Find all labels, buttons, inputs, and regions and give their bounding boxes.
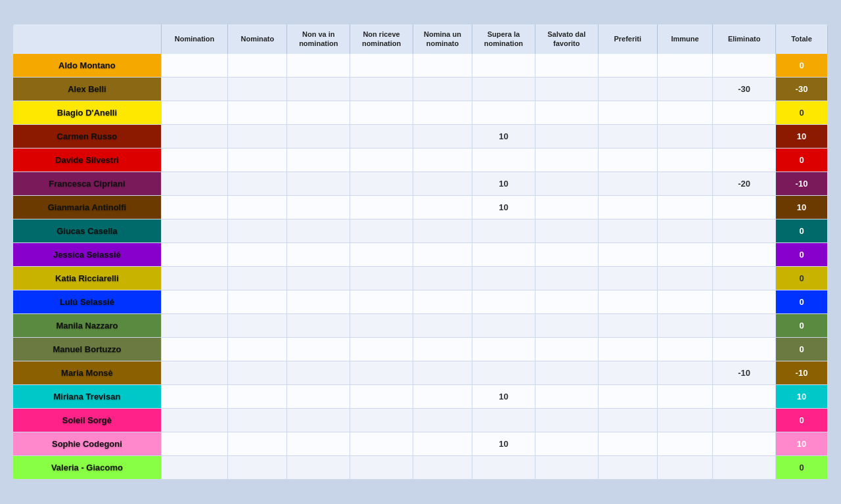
cell-salvato — [535, 456, 598, 480]
cell-non_riceve — [350, 78, 413, 101]
cell-totale: 0 — [776, 243, 828, 267]
cell-nominato — [228, 409, 287, 432]
cell-totale: -10 — [776, 361, 828, 385]
cell-immune — [657, 361, 713, 385]
cell-supera — [472, 456, 535, 480]
cell-totale: -30 — [776, 78, 828, 101]
cell-preferiti — [598, 432, 657, 456]
cell-nominato — [228, 219, 287, 243]
cell-nomination — [161, 361, 227, 385]
scores-table: Nomination Nominato Non va in nomination… — [13, 24, 828, 480]
cell-immune — [657, 196, 713, 219]
cell-eliminato — [713, 54, 776, 78]
cell-eliminato: -30 — [713, 78, 776, 101]
cell-non_riceve — [350, 243, 413, 267]
table-row: Giucas Casella0 — [13, 219, 828, 243]
cell-totale: 0 — [776, 314, 828, 338]
contestant-name: Sophie Codegoni — [13, 432, 161, 456]
cell-salvato — [535, 101, 598, 125]
header-non-riceve: Non riceve nomination — [350, 24, 413, 54]
cell-preferiti — [598, 338, 657, 361]
cell-preferiti — [598, 290, 657, 314]
cell-supera — [472, 78, 535, 101]
cell-non_riceve — [350, 54, 413, 78]
contestant-name: Valeria - Giacomo — [13, 456, 161, 480]
table-row: Katia Ricciarelli0 — [13, 267, 828, 290]
cell-salvato — [535, 196, 598, 219]
cell-salvato — [535, 361, 598, 385]
cell-eliminato — [713, 149, 776, 172]
contestant-name: Giucas Casella — [13, 219, 161, 243]
cell-preferiti — [598, 101, 657, 125]
header-name — [13, 24, 161, 54]
cell-non_va — [287, 409, 350, 432]
cell-salvato — [535, 314, 598, 338]
cell-non_riceve — [350, 456, 413, 480]
cell-nomina_un — [413, 314, 472, 338]
cell-supera: 10 — [472, 172, 535, 196]
table-row: Valeria - Giacomo0 — [13, 456, 828, 480]
cell-immune — [657, 219, 713, 243]
cell-nominato — [228, 432, 287, 456]
cell-supera — [472, 101, 535, 125]
cell-supera: 10 — [472, 432, 535, 456]
cell-eliminato — [713, 101, 776, 125]
cell-nomination — [161, 267, 227, 290]
cell-preferiti — [598, 149, 657, 172]
cell-nomina_un — [413, 409, 472, 432]
cell-non_va — [287, 338, 350, 361]
cell-eliminato — [713, 267, 776, 290]
cell-non_va — [287, 219, 350, 243]
table-row: Soleil Sorgè0 — [13, 409, 828, 432]
cell-non_va — [287, 196, 350, 219]
cell-preferiti — [598, 314, 657, 338]
cell-non_riceve — [350, 314, 413, 338]
cell-preferiti — [598, 361, 657, 385]
cell-salvato — [535, 149, 598, 172]
cell-nominato — [228, 338, 287, 361]
contestant-name: Carmen Russo — [13, 125, 161, 149]
contestant-name: Katia Ricciarelli — [13, 267, 161, 290]
cell-preferiti — [598, 267, 657, 290]
cell-salvato — [535, 125, 598, 149]
cell-supera — [472, 338, 535, 361]
cell-nomination — [161, 409, 227, 432]
cell-supera — [472, 267, 535, 290]
cell-non_riceve — [350, 409, 413, 432]
cell-immune — [657, 409, 713, 432]
cell-immune — [657, 338, 713, 361]
cell-salvato — [535, 338, 598, 361]
cell-nomina_un — [413, 125, 472, 149]
cell-nominato — [228, 385, 287, 409]
cell-supera — [472, 149, 535, 172]
cell-preferiti — [598, 409, 657, 432]
cell-non_va — [287, 267, 350, 290]
contestant-name: Francesca Cipriani — [13, 172, 161, 196]
header-nominato: Nominato — [228, 24, 287, 54]
cell-nomination — [161, 456, 227, 480]
cell-totale: 10 — [776, 125, 828, 149]
cell-immune — [657, 385, 713, 409]
header-salvato: Salvato dal favorito — [535, 24, 598, 54]
cell-eliminato — [713, 409, 776, 432]
cell-immune — [657, 125, 713, 149]
cell-nominato — [228, 101, 287, 125]
cell-totale: 10 — [776, 385, 828, 409]
cell-non_riceve — [350, 361, 413, 385]
cell-salvato — [535, 219, 598, 243]
cell-non_va — [287, 432, 350, 456]
cell-preferiti — [598, 78, 657, 101]
cell-non_va — [287, 125, 350, 149]
cell-preferiti — [598, 385, 657, 409]
cell-salvato — [535, 243, 598, 267]
table-row: Aldo Montano0 — [13, 54, 828, 78]
cell-totale: 0 — [776, 409, 828, 432]
cell-nomination — [161, 219, 227, 243]
cell-nomina_un — [413, 361, 472, 385]
table-row: Alex Belli-30-30 — [13, 78, 828, 101]
table-row: Biagio D'Anelli0 — [13, 101, 828, 125]
table-row: Davide Silvestri0 — [13, 149, 828, 172]
cell-nomination — [161, 101, 227, 125]
cell-nomination — [161, 243, 227, 267]
cell-nomination — [161, 78, 227, 101]
